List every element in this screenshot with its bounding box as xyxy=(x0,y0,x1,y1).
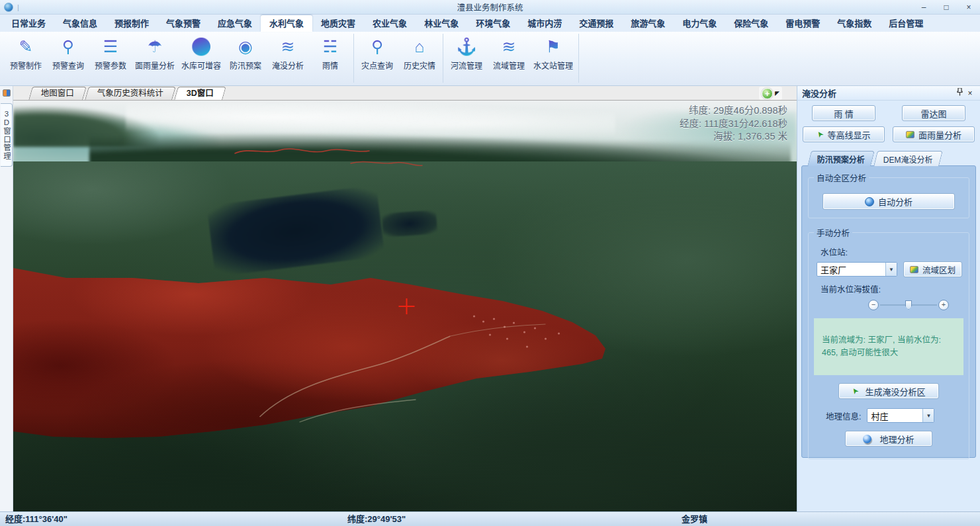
slider-decrease-button[interactable]: − xyxy=(868,300,879,310)
minimize-button[interactable]: – xyxy=(916,2,931,13)
tab-flood-plan-analysis[interactable]: 防汛预案分析 xyxy=(807,151,875,166)
tool-basin-management[interactable]: ≋ 流域管理 xyxy=(488,34,530,83)
tool-area-rainfall-analysis[interactable]: ☂ 面雨量分析 xyxy=(132,34,178,83)
ribbon-group-management: ⚓ 河流管理 ≋ 流域管理 ⚑ 水文站管理 xyxy=(443,34,579,83)
altitude-readout: 海拔: 1,376.35 米 xyxy=(680,130,787,144)
slider-increase-button[interactable]: + xyxy=(938,300,949,310)
map-annotations xyxy=(13,101,797,511)
maximize-button[interactable]: □ xyxy=(939,2,954,13)
analysis-tab-control: 防汛预案分析 DEM淹没分析 自动全区分析 自动分析 手动分析 水位站: xyxy=(801,152,976,458)
ribbon-tab-bar: 日常业务 气象信息 预报制作 气象预警 应急气象 水利气象 地质灾害 农业气象 … xyxy=(0,15,980,32)
analysis-tabs: 防汛预案分析 DEM淹没分析 xyxy=(801,152,976,166)
tab-map-window[interactable]: 地图窗口 xyxy=(28,87,87,100)
tab-lightning-warning[interactable]: 雷电预警 xyxy=(777,15,828,32)
auto-analysis-group: 自动全区分析 自动分析 xyxy=(808,171,969,218)
status-bar: 经度:111°36'40" 纬度:29°49'53" 金罗镇 xyxy=(0,511,980,526)
road-line-3 xyxy=(451,324,546,336)
tab-urban-waterlogging[interactable]: 城市内涝 xyxy=(519,15,570,32)
basin-zoning-button[interactable]: 流域区划 xyxy=(903,261,962,277)
pin-icon[interactable] xyxy=(954,88,965,98)
tab-insurance-weather[interactable]: 保险气象 xyxy=(725,15,777,32)
slider-thumb[interactable] xyxy=(905,300,912,310)
3d-window-manager-tab[interactable]: 3D窗口管理 xyxy=(1,103,13,167)
geo-info-label: 地理信息: xyxy=(826,410,861,422)
basin-image-icon xyxy=(910,266,918,273)
station-select[interactable]: 王家厂 ▼ xyxy=(817,262,897,277)
tab-forecast-making[interactable]: 预报制作 xyxy=(106,15,157,32)
tab-history-statistics[interactable]: 气象历史资料统计 xyxy=(85,87,176,100)
tab-weather-warning[interactable]: 气象预警 xyxy=(157,15,209,32)
rain-condition-button[interactable]: 雨 情 xyxy=(812,105,875,121)
tab-geological-disaster[interactable]: 地质灾害 xyxy=(312,15,364,32)
geo-info-row: 地理信息: 村庄 ▼ xyxy=(826,408,965,423)
contour-display-button[interactable]: ➤ 等高线显示 xyxy=(803,126,885,142)
tab-power-weather[interactable]: 电力气象 xyxy=(674,15,725,32)
tool-rain-condition[interactable]: ☵ 雨情 xyxy=(309,34,351,83)
tool-inundation-analysis[interactable]: ≋ 淹没分析 xyxy=(267,34,309,83)
left-dock-strip: 3D窗口管理 xyxy=(0,86,13,511)
window-manager-icon xyxy=(3,89,11,97)
coordinate-readout: 纬度: 29度46分0.898秒 经度: 111度31分42.618秒 海拔: … xyxy=(680,105,787,144)
tab-water-weather[interactable]: 水利气象 xyxy=(261,15,312,32)
analysis-result-text: 当前流域为: 王家厂, 当前水位为: 465, 启动可能性很大 xyxy=(814,318,963,375)
tab-weather-info[interactable]: 气象信息 xyxy=(54,15,106,32)
water-level-slider: − + xyxy=(868,298,949,312)
tab-forestry-weather[interactable]: 林业气象 xyxy=(416,15,467,32)
radar-map-button[interactable]: 雷达图 xyxy=(902,105,965,121)
tab-bar-controls: + ◤ xyxy=(759,87,782,100)
ribbon-group-disaster: ⚲ 灾点查询 ⌂ 历史灾情 xyxy=(354,34,443,83)
panel-title: 淹没分析 xyxy=(802,87,954,99)
station-selected-value: 王家厂 xyxy=(821,263,846,276)
area-rainfall-button[interactable]: 面雨量分析 xyxy=(893,126,975,142)
geo-dropdown-icon[interactable]: ▼ xyxy=(922,409,934,422)
tab-traffic-forecast[interactable]: 交通预报 xyxy=(570,15,622,32)
tab-tourism-weather[interactable]: 旅游气象 xyxy=(622,15,674,32)
tab-emergency-weather[interactable]: 应急气象 xyxy=(209,15,261,32)
tab-dem-inundation-analysis[interactable]: DEM淹没分析 xyxy=(873,151,942,166)
panel-close-icon[interactable]: × xyxy=(965,89,975,98)
tab-weather-index[interactable]: 气象指数 xyxy=(828,15,880,32)
village-dots xyxy=(473,315,560,347)
tab-agriculture-weather[interactable]: 农业气象 xyxy=(364,15,416,32)
tool-warning-params[interactable]: ☰ 预警参数 xyxy=(89,34,132,83)
tab-list-dropdown-icon[interactable]: ◤ xyxy=(775,90,780,97)
tool-warning-create[interactable]: ✎ 预警制作 xyxy=(5,34,47,83)
tool-disaster-point-query[interactable]: ⚲ 灾点查询 xyxy=(356,34,398,83)
geo-info-select[interactable]: 村庄 ▼ xyxy=(867,408,934,423)
manual-group-title: 手动分析 xyxy=(814,226,852,239)
geo-analysis-button[interactable]: 地理分析 xyxy=(845,431,932,447)
longitude-readout: 经度: 111度31分42.618秒 xyxy=(680,118,787,131)
close-button[interactable]: × xyxy=(961,2,976,13)
tab-backend-admin[interactable]: 后台管理 xyxy=(880,15,932,32)
tool-warning-query[interactable]: ⚲ 预警查询 xyxy=(47,34,89,83)
flood-plan-icon: ◉ xyxy=(238,36,253,58)
ribbon-group-warning: ✎ 预警制作 ⚲ 预警查询 ☰ 预警参数 ☂ 面雨量分析 ♒ 水库可增容 ◉ 防… xyxy=(3,34,354,83)
tab-daily-business[interactable]: 日常业务 xyxy=(3,15,54,32)
app-window: | 澧县业务制作系统 – □ × 日常业务 气象信息 预报制作 气象预警 应急气… xyxy=(0,0,980,526)
status-longitude: 经度:111°36'40" xyxy=(5,512,67,526)
tool-flood-plan[interactable]: ◉ 防汛预案 xyxy=(224,34,267,83)
warning-params-icon: ☰ xyxy=(103,36,118,58)
generate-cursor-icon: ➤ xyxy=(850,386,861,396)
warning-query-icon: ⚲ xyxy=(62,36,74,58)
generate-inundation-zone-button[interactable]: ➤ 生成淹没分析区 xyxy=(838,383,939,399)
tool-river-management[interactable]: ⚓ 河流管理 xyxy=(445,34,488,83)
station-dropdown-icon[interactable]: ▼ xyxy=(885,263,897,276)
reservoir-capacity-icon: ♒ xyxy=(191,36,211,58)
app-logo-icon xyxy=(4,3,13,12)
magnifier-sphere-icon xyxy=(863,435,871,443)
contour-line-2 xyxy=(351,161,423,165)
map-3d-viewport[interactable]: 纬度: 29度46分0.898秒 经度: 111度31分42.618秒 海拔: … xyxy=(13,101,797,511)
station-row: 王家厂 ▼ 流域区划 xyxy=(817,261,965,277)
tool-hydrostation-management[interactable]: ⚑ 水文站管理 xyxy=(530,34,576,83)
cursor-arrow-icon: ➤ xyxy=(815,129,826,140)
disaster-query-icon: ⚲ xyxy=(371,36,383,58)
status-latitude: 纬度:29°49'53" xyxy=(347,512,406,526)
auto-analysis-button[interactable]: 自动分析 xyxy=(823,193,955,210)
status-town: 金罗镇 xyxy=(682,512,707,526)
tool-reservoir-capacity[interactable]: ♒ 水库可增容 xyxy=(178,34,224,83)
add-tab-button[interactable]: + xyxy=(762,88,773,99)
tab-3d-window[interactable]: 3D窗口 xyxy=(174,87,226,100)
tab-environment-weather[interactable]: 环境气象 xyxy=(467,15,519,32)
tool-historical-disasters[interactable]: ⌂ 历史灾情 xyxy=(398,34,441,83)
